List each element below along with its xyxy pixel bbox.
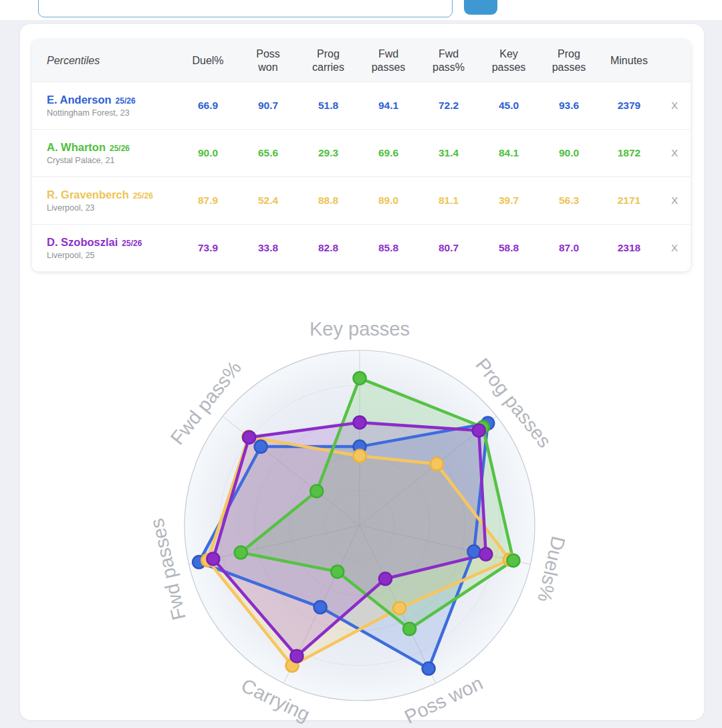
player-name-cell: A. Wharton25/26Crystal Palace, 21 xyxy=(32,141,178,165)
minutes-value: 2379 xyxy=(599,100,659,112)
stat-value: 85.8 xyxy=(358,242,418,254)
radar-data-point xyxy=(403,622,416,635)
player-club: Liverpool, 23 xyxy=(47,203,178,213)
stat-value: 80.7 xyxy=(418,242,479,254)
radar-data-point xyxy=(354,449,366,462)
player-row: A. Wharton25/26Crystal Palace, 2190.065.… xyxy=(32,129,691,176)
player-season: 25/26 xyxy=(116,96,136,106)
stat-value: 73.9 xyxy=(178,242,238,254)
radar-data-point xyxy=(473,424,485,437)
stat-value: 90.0 xyxy=(178,147,238,159)
stat-value: 90.0 xyxy=(539,147,599,159)
radar-chart: Key passesProg passesDuels%Poss wonCarry… xyxy=(0,287,722,728)
player-season: 25/26 xyxy=(110,144,130,153)
radar-data-point xyxy=(431,458,443,471)
stat-value: 82.8 xyxy=(298,242,358,254)
player-season: 25/26 xyxy=(133,191,153,201)
col-header: Fwd pass% xyxy=(418,47,479,74)
stat-value: 88.8 xyxy=(298,195,358,207)
player-club: Nottingham Forest, 23 xyxy=(47,108,178,118)
radar-data-point xyxy=(479,548,492,561)
player-name-cell: E. Anderson25/26Nottingham Forest, 23 xyxy=(32,94,178,118)
radar-data-point xyxy=(379,572,392,585)
percentiles-table: PercentilesDuel%Poss wonProg carriesFwd … xyxy=(32,40,691,271)
stat-value: 93.6 xyxy=(539,100,599,112)
player-row: R. Gravenberch25/26Liverpool, 2387.952.4… xyxy=(32,176,691,224)
stat-value: 45.0 xyxy=(479,100,539,112)
stat-value: 87.0 xyxy=(539,242,599,254)
col-header: Prog passes xyxy=(539,47,599,74)
player-name: R. Gravenberch xyxy=(47,189,129,201)
table-header-row: PercentilesDuel%Poss wonProg carriesFwd … xyxy=(32,40,691,82)
radar-data-point xyxy=(207,553,219,566)
stat-value: 39.7 xyxy=(479,195,539,207)
radar-axis-label: Duels% xyxy=(533,534,569,604)
stat-value: 29.3 xyxy=(298,147,358,159)
remove-player-button[interactable]: X xyxy=(659,242,690,253)
radar-data-point xyxy=(331,566,344,578)
stat-value: 89.0 xyxy=(358,195,418,207)
search-input[interactable] xyxy=(38,0,453,17)
minutes-value: 1872 xyxy=(599,147,659,159)
radar-data-point xyxy=(354,416,366,429)
stat-value: 65.6 xyxy=(238,147,298,159)
player-club: Crystal Palace, 21 xyxy=(47,156,178,165)
stat-value: 94.1 xyxy=(358,100,418,112)
remove-player-button[interactable]: X xyxy=(659,195,690,206)
col-header: Minutes xyxy=(599,54,659,68)
col-header: Poss won xyxy=(238,47,298,74)
radar-data-point xyxy=(467,545,480,558)
minutes-value: 2318 xyxy=(599,242,659,254)
player-name: A. Wharton xyxy=(47,141,106,153)
player-name-cell: R. Gravenberch25/26Liverpool, 23 xyxy=(32,189,178,213)
radar-axis-label: Key passes xyxy=(310,318,410,340)
stat-value: 56.3 xyxy=(539,195,599,207)
player-name-cell: D. Szoboszlai25/26Liverpool, 25 xyxy=(32,236,178,260)
radar-data-point xyxy=(314,601,327,614)
radar-data-point xyxy=(393,602,406,614)
radar-data-point xyxy=(354,372,366,384)
remove-player-button[interactable]: X xyxy=(659,147,690,158)
player-name: D. Szoboszlai xyxy=(47,236,118,248)
player-club: Liverpool, 25 xyxy=(47,251,178,260)
radar-data-point xyxy=(310,485,323,497)
radar-data-point xyxy=(290,650,303,662)
stat-value: 84.1 xyxy=(479,147,539,159)
col-header: Prog carries xyxy=(298,47,358,74)
player-row: E. Anderson25/26Nottingham Forest, 2366.… xyxy=(32,82,691,129)
player-season: 25/26 xyxy=(122,239,142,248)
col-header: Key passes xyxy=(479,47,539,74)
search-button[interactable] xyxy=(464,0,497,15)
radar-chart-area: Key passesProg passesDuels%Poss wonCarry… xyxy=(0,287,722,728)
radar-data-point xyxy=(507,554,519,567)
radar-data-point xyxy=(243,431,255,444)
radar-data-point xyxy=(255,441,267,453)
stat-value: 66.9 xyxy=(178,100,238,112)
col-header: Percentiles xyxy=(32,54,178,68)
minutes-value: 2171 xyxy=(599,195,659,207)
col-header: Fwd passes xyxy=(358,47,418,74)
player-name: E. Anderson xyxy=(47,94,112,106)
radar-data-point xyxy=(423,662,435,675)
stat-value: 33.8 xyxy=(238,242,298,254)
stat-value: 90.7 xyxy=(238,100,298,112)
stat-value: 31.4 xyxy=(418,147,479,159)
radar-data-point xyxy=(235,546,247,559)
stat-value: 87.9 xyxy=(178,195,238,207)
stat-value: 51.8 xyxy=(298,100,358,112)
stat-value: 69.6 xyxy=(358,147,418,159)
col-header: Duel% xyxy=(178,54,238,68)
player-row: D. Szoboszlai25/26Liverpool, 2573.933.88… xyxy=(32,224,691,271)
stat-value: 58.8 xyxy=(479,242,539,254)
radar-axis-label: Fwd passes xyxy=(146,517,190,622)
stat-value: 72.2 xyxy=(418,100,479,112)
remove-player-button[interactable]: X xyxy=(659,100,690,111)
stat-value: 52.4 xyxy=(238,195,298,207)
stat-value: 81.1 xyxy=(418,195,479,207)
table-body: E. Anderson25/26Nottingham Forest, 2366.… xyxy=(32,82,691,271)
